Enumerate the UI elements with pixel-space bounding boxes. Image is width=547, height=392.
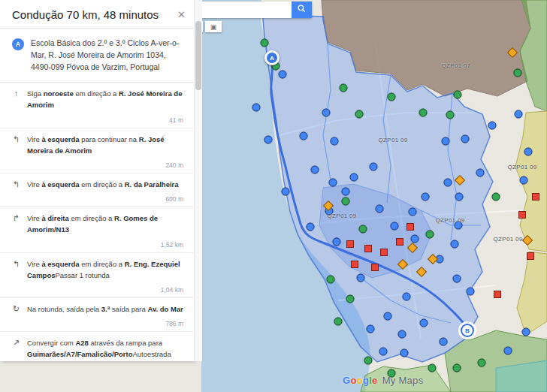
map-marker-green[interactable] [340, 84, 348, 92]
map-marker-red[interactable] [494, 291, 501, 298]
frame-button[interactable]: ▣ [205, 21, 222, 32]
map-marker-blue[interactable] [504, 347, 512, 355]
direction-step[interactable]: ↰Vire à esquerda para continuar na R. Jo… [0, 128, 194, 173]
route-start-marker[interactable]: A [264, 50, 280, 65]
map-marker-blue[interactable] [453, 275, 461, 283]
map-marker-blue[interactable] [367, 325, 375, 333]
map-marker-blue[interactable] [476, 169, 485, 177]
map-marker-green[interactable] [359, 225, 367, 234]
map-marker-blue[interactable] [524, 148, 533, 156]
map-marker-green[interactable] [388, 369, 396, 378]
map-marker-blue[interactable] [403, 293, 411, 301]
step-distance: 41 m [11, 111, 185, 128]
scrollbar-thumb[interactable] [195, 21, 201, 90]
map-marker-red[interactable] [351, 261, 358, 268]
map-marker-blue[interactable] [522, 328, 530, 336]
map-marker-green[interactable] [346, 295, 355, 303]
map-marker-blue[interactable] [279, 71, 287, 79]
map-marker-blue[interactable] [440, 338, 448, 346]
map-marker-blue[interactable] [322, 109, 331, 117]
map-marker-green[interactable] [428, 364, 437, 372]
direction-step[interactable]: ↱Vire à direita em direção a R. Gomes de… [0, 207, 194, 252]
map-marker-green[interactable] [492, 193, 500, 201]
direction-step[interactable]: ↑Siga noroeste em direção a R. José More… [0, 83, 194, 128]
origin-a-badge: A [12, 38, 24, 50]
map-marker-green[interactable] [419, 109, 428, 117]
map-marker-green[interactable] [454, 91, 462, 99]
map-marker-green[interactable] [355, 110, 364, 119]
search-button[interactable] [292, 2, 312, 18]
map-marker-blue[interactable] [300, 132, 308, 140]
map-marker-blue[interactable] [455, 222, 463, 230]
panel-scrollbar[interactable] [194, 0, 202, 361]
route-origin[interactable]: A Escola Básica dos 2.º e 3.º Ciclos A-v… [0, 29, 194, 83]
direction-step[interactable]: ↻Na rotunda, saída pela 3.ª saída para A… [0, 298, 194, 332]
map-marker-red[interactable] [371, 264, 379, 271]
map-marker-green[interactable] [261, 39, 269, 47]
map-marker-blue[interactable] [391, 222, 399, 231]
map-marker-blue[interactable] [370, 163, 378, 171]
route-end-marker[interactable]: B [461, 324, 474, 337]
search-input[interactable] [200, 2, 292, 18]
frame-icon: ▣ [210, 23, 217, 31]
close-button[interactable]: ✕ [176, 8, 187, 22]
map-marker-green[interactable] [388, 93, 396, 101]
direction-step[interactable]: ↰Vire à esquerda em direção a R. da Para… [0, 173, 194, 207]
map-marker-green[interactable] [446, 111, 455, 119]
direction-step[interactable]: ↰Vire à esquerda em direção a R. Eng. Ez… [0, 253, 194, 298]
map-marker-blue[interactable] [515, 110, 523, 119]
step-instruction: Siga noroeste em direção a R. José Morei… [27, 88, 185, 110]
map-marker-blue[interactable] [520, 176, 528, 185]
map-marker-blue[interactable] [264, 136, 273, 144]
turn-left-icon: ↰ [11, 134, 22, 156]
map-marker-blue[interactable] [342, 188, 350, 196]
map-marker-red[interactable] [518, 211, 526, 219]
map-marker-green[interactable] [327, 276, 335, 284]
map-marker-blue[interactable] [409, 208, 417, 216]
map-marker-blue[interactable] [350, 173, 358, 182]
map-marker-red[interactable] [380, 249, 388, 256]
map-marker-blue[interactable] [333, 238, 341, 246]
map-marker-blue[interactable] [451, 240, 459, 249]
step-instruction: Vire à direita em direção a R. Gomes de … [27, 213, 185, 235]
map-marker-red[interactable] [364, 245, 372, 252]
merge-icon: ↗ [11, 337, 22, 361]
map-marker-blue[interactable] [307, 223, 315, 231]
map-marker-red[interactable] [406, 223, 414, 231]
map-marker-blue[interactable] [252, 104, 261, 112]
map-marker-blue[interactable] [357, 274, 365, 282]
map-marker-blue[interactable] [461, 135, 470, 143]
map-marker-blue[interactable] [311, 166, 319, 174]
map-marker-blue[interactable] [420, 319, 428, 327]
map-marker-green[interactable] [453, 364, 461, 372]
directions-title: Condução 70 km, 48 minutos [12, 8, 171, 21]
map-marker-blue[interactable] [444, 179, 452, 187]
map-marker-red[interactable] [346, 240, 354, 248]
map-marker-red[interactable] [396, 238, 403, 246]
map-marker-blue[interactable] [488, 122, 497, 130]
map-marker-blue[interactable] [376, 205, 384, 213]
directions-panel: Condução 70 km, 48 minutos ✕ A Escola Bá… [0, 0, 194, 361]
map-marker-green[interactable] [514, 69, 522, 77]
close-icon: ✕ [177, 9, 186, 20]
map-marker-green[interactable] [478, 359, 486, 367]
map-marker-green[interactable] [334, 318, 343, 326]
map-marker-red[interactable] [527, 252, 534, 260]
map-marker-green[interactable] [364, 357, 373, 365]
map-marker-green[interactable] [426, 231, 434, 239]
map-marker-green[interactable] [342, 198, 350, 206]
map-marker-red[interactable] [532, 193, 539, 201]
map-marker-blue[interactable] [384, 312, 392, 321]
map-marker-blue[interactable] [442, 137, 450, 146]
map-marker-blue[interactable] [331, 137, 339, 146]
steps-list: ↑Siga noroeste em direção a R. José More… [0, 83, 194, 361]
map-marker-blue[interactable] [379, 348, 388, 356]
direction-step[interactable]: ↗Convergir com A28 através da rampa para… [0, 332, 194, 361]
map-marker-blue[interactable] [282, 188, 290, 196]
map-marker-blue[interactable] [329, 179, 337, 187]
map-marker-blue[interactable] [400, 349, 409, 357]
map-marker-blue[interactable] [455, 193, 464, 201]
map-marker-blue[interactable] [422, 193, 430, 201]
map-marker-blue[interactable] [398, 330, 406, 339]
map-marker-blue[interactable] [467, 288, 475, 296]
